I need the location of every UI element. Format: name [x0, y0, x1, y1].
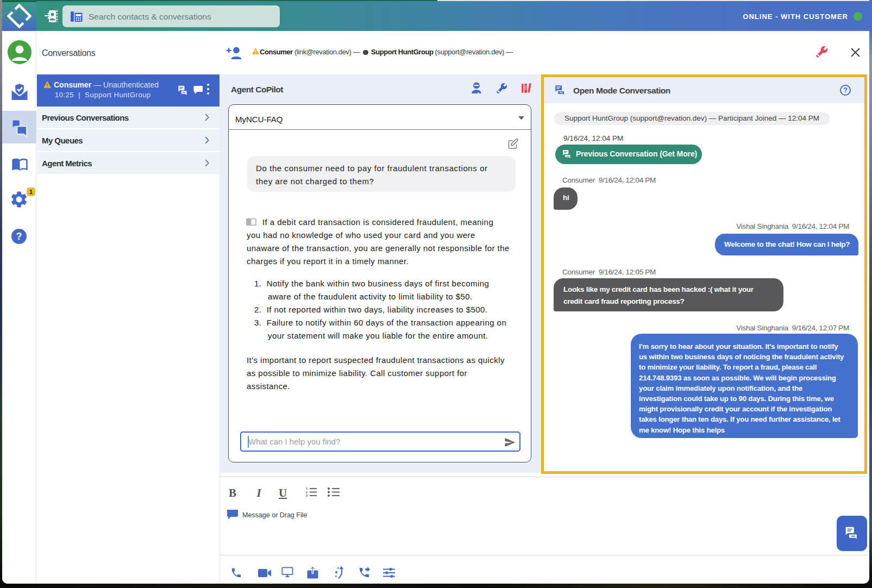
svg-text:3: 3: [306, 494, 308, 497]
svg-text:1: 1: [306, 487, 308, 490]
svg-text:2: 2: [306, 491, 308, 494]
